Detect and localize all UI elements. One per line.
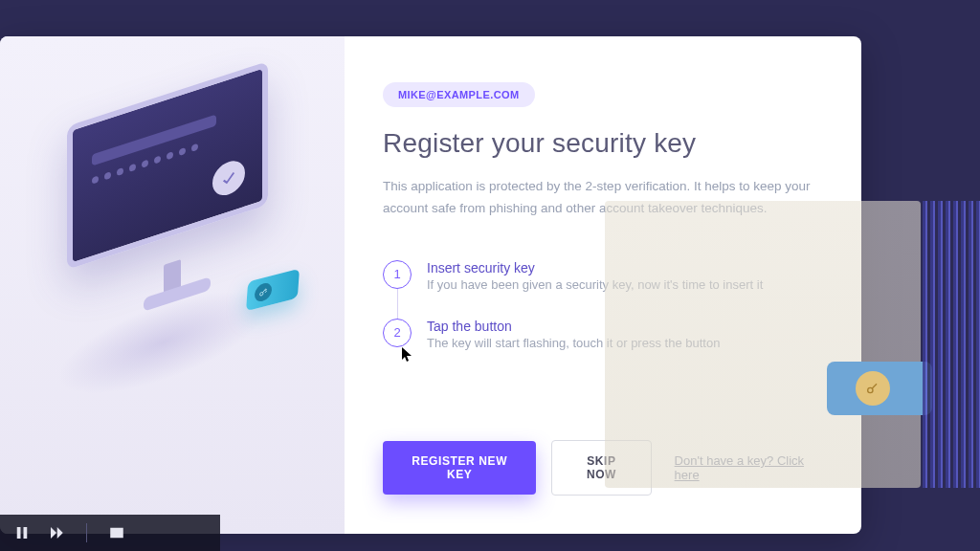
svg-rect-4 (17, 527, 21, 539)
page-description: This application is protected by the 2-s… (383, 176, 815, 220)
register-key-button[interactable]: REGISTER NEW KEY (383, 441, 536, 495)
svg-rect-5 (24, 527, 28, 539)
pause-icon[interactable] (13, 524, 31, 541)
content-pane: MIKE@EXAMPLE.COM Register your security … (345, 36, 861, 534)
security-key-modal: MIKE@EXAMPLE.COM Register your security … (0, 36, 861, 534)
check-icon (212, 157, 245, 200)
next-icon[interactable] (48, 524, 65, 541)
no-key-help-link[interactable]: Don't have a key? Click here (675, 453, 815, 482)
illustration-pane (0, 36, 345, 534)
step-desc: If you have been given a security key, n… (427, 277, 763, 292)
security-key-illustration (246, 269, 300, 311)
step-number: 2 (383, 319, 412, 347)
step-number: 1 (383, 260, 412, 289)
video-player-controls (0, 515, 220, 551)
monitor-illustration (67, 61, 268, 270)
svg-point-2 (259, 292, 263, 296)
fullscreen-icon[interactable] (108, 524, 125, 541)
action-row: REGISTER NEW KEY SKIP NOW Don't have a k… (383, 440, 815, 496)
page-title: Register your security key (383, 128, 815, 159)
step-desc: The key will start flashing, touch it or… (427, 336, 720, 350)
steps-list: 1 Insert security key If you have been g… (383, 260, 815, 350)
step-title: Tap the button (427, 319, 720, 334)
email-chip: MIKE@EXAMPLE.COM (383, 82, 535, 107)
step-item: 1 Insert security key If you have been g… (383, 260, 815, 292)
skip-button[interactable]: SKIP NOW (551, 440, 651, 496)
glitch-artifact (923, 201, 980, 488)
svg-rect-6 (111, 529, 122, 538)
key-icon (254, 281, 272, 303)
step-title: Insert security key (427, 260, 763, 276)
step-item: 2 Tap the button The key will start flas… (383, 319, 815, 350)
svg-point-3 (868, 387, 873, 392)
